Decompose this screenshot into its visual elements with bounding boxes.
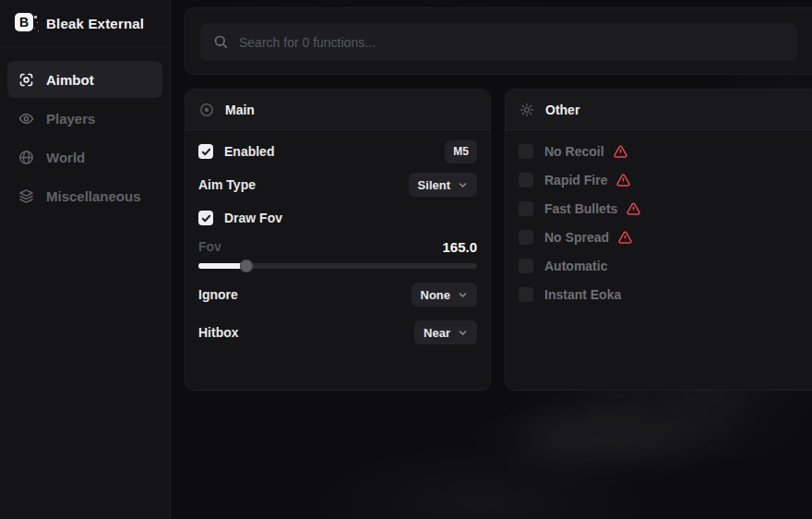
sidebar-item-aimbot[interactable]: Aimbot [7,61,162,98]
eye-icon [18,111,34,127]
ignore-dropdown[interactable]: None [412,283,478,307]
search-icon [213,34,229,50]
sidebar-item-players[interactable]: Players [7,100,162,137]
ignore-label: Ignore [198,287,238,302]
row-ignore: Ignore None [198,283,477,307]
row-no-spread: No Spread [519,225,807,249]
row-aim-type: Aim Type Silent [198,173,477,197]
row-enabled: Enabled M5 [198,139,477,163]
rapid-fire-label: Rapid Fire [544,173,607,187]
panel-other-header: Other [506,90,812,130]
logo-glitch-decoration [34,16,37,18]
instant-eoka-label: Instant Eoka [544,287,621,302]
gear-icon [519,103,534,117]
sidebar-header: B Bleak External [0,0,170,47]
chevron-down-icon [458,290,468,300]
focus-crosshair-icon [18,72,34,88]
fast-bullets-label: Fast Bullets [544,201,617,216]
no-spread-label: No Spread [544,230,609,245]
sidebar-item-label: Miscellaneous [46,188,141,204]
sidebar-item-label: Players [46,111,95,127]
search-box[interactable] [200,23,797,61]
aim-type-dropdown[interactable]: Silent [409,173,477,197]
fov-value: 165.0 [442,239,477,255]
app-title: Bleak External [46,16,144,31]
warning-icon [614,145,627,158]
no-recoil-label: No Recoil [544,144,604,159]
draw-fov-checkbox[interactable] [198,211,213,225]
warning-icon [618,231,632,244]
chevron-down-icon [458,180,468,190]
warning-icon [627,202,640,215]
draw-fov-label: Draw Fov [224,211,282,225]
search-panel [185,7,812,75]
search-input[interactable] [239,35,784,50]
sidebar: B Bleak External Aimbot Players [0,0,171,519]
fov-slider-thumb[interactable] [240,260,253,272]
fast-bullets-checkbox[interactable] [519,201,533,216]
enabled-keybind-badge[interactable]: M5 [445,140,477,163]
enabled-label: Enabled [224,144,274,159]
ignore-value: None [421,288,451,302]
sidebar-item-label: Aimbot [46,72,94,88]
row-hitbox: Hitbox Near [198,320,477,344]
sidebar-nav: Aimbot Players World [0,47,170,228]
aim-type-label: Aim Type [198,177,256,192]
target-icon [199,103,214,117]
fov-slider[interactable] [198,260,477,272]
row-instant-eoka: Instant Eoka [519,283,807,307]
sidebar-item-label: World [46,150,85,165]
row-automatic: Automatic [519,254,807,278]
rapid-fire-checkbox[interactable] [519,173,533,187]
panel-other-body: No Recoil Rapid Fire Fast Bullets [506,130,812,307]
fov-slider-track[interactable] [198,263,477,269]
row-fast-bullets: Fast Bullets [519,197,807,221]
warning-icon [616,174,630,187]
panel-main: Main Enabled M5 Aim Type Silent [185,89,491,391]
chevron-down-icon [458,328,468,338]
app-logo-icon: B [15,13,35,33]
no-recoil-checkbox[interactable] [519,144,533,159]
panel-other: Other No Recoil Rapid Fire [505,89,812,391]
hitbox-dropdown[interactable]: Near [414,320,477,344]
automatic-checkbox[interactable] [519,259,533,273]
enabled-checkbox[interactable] [198,144,213,159]
automatic-label: Automatic [544,259,607,273]
hitbox-label: Hitbox [198,325,239,340]
no-spread-checkbox[interactable] [519,230,533,245]
panel-other-title: Other [545,103,579,117]
layers-icon [18,188,34,204]
sidebar-item-miscellaneous[interactable]: Miscellaneous [7,177,162,214]
row-draw-fov: Draw Fov [198,206,477,230]
panel-main-header: Main [185,90,490,130]
row-rapid-fire: Rapid Fire [519,168,807,192]
fov-slider-fill [198,263,246,269]
sidebar-item-world[interactable]: World [7,139,162,175]
aim-type-value: Silent [418,178,450,192]
logo-letter: B [15,13,33,31]
row-fov: Fov 165.0 [198,237,477,256]
panel-main-body: Enabled M5 Aim Type Silent Draw Fov Fov … [185,130,490,344]
instant-eoka-checkbox[interactable] [519,287,533,302]
panel-main-title: Main [225,103,255,117]
globe-icon [18,150,34,165]
hitbox-value: Near [424,326,450,340]
row-no-recoil: No Recoil [519,139,807,163]
fov-label: Fov [198,239,221,254]
